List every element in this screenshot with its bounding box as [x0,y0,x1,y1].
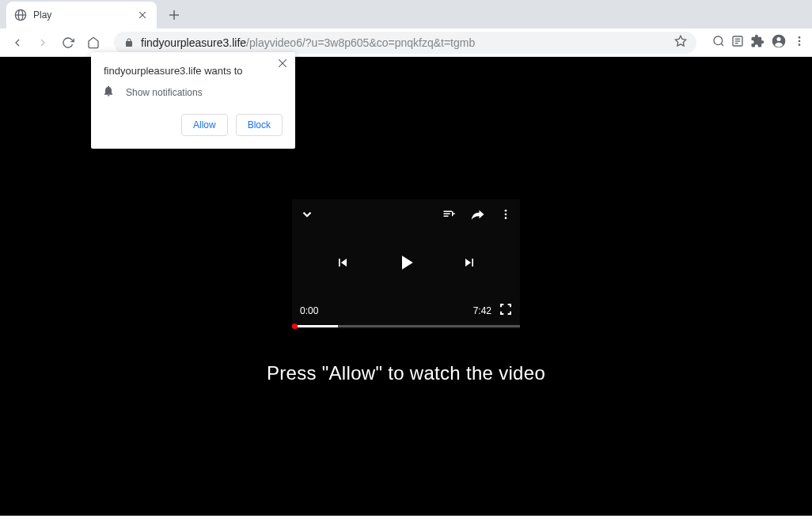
svg-point-19 [777,37,781,41]
play-icon[interactable] [394,251,418,278]
block-button[interactable]: Block [236,114,283,136]
player-bottom-bar: 0:00 7:42 [300,303,512,318]
svg-point-22 [799,44,801,46]
extensions-icon[interactable] [750,34,765,51]
svg-point-12 [714,36,723,45]
url-path: /playvideo6/?u=3w8p605&co=pnqkfzq&t=tgmb [246,36,475,49]
lock-icon [123,37,135,48]
svg-point-25 [505,217,507,219]
forward-button[interactable] [32,32,54,54]
player-top-bar [300,207,512,225]
allow-button[interactable]: Allow [181,114,228,136]
tab-title: Play [33,9,130,21]
toolbar-right [706,33,806,52]
bookmark-star-icon[interactable] [674,35,687,51]
profile-icon[interactable] [771,33,787,52]
tab-close-button[interactable] [136,9,149,21]
instruction-text: Press "Allow" to watch the video [267,362,545,384]
reload-button[interactable] [57,32,79,54]
browser-tab[interactable]: Play [6,2,157,28]
tab-strip: Play [0,0,812,28]
more-vertical-icon[interactable] [499,208,512,224]
new-tab-button[interactable] [163,4,185,26]
svg-point-24 [505,214,507,216]
progress-fill [292,325,338,327]
share-icon[interactable] [471,207,485,225]
permission-message: Show notifications [126,87,203,98]
progress-thumb[interactable] [292,323,298,329]
svg-point-20 [799,36,801,39]
back-button[interactable] [6,32,28,54]
address-bar[interactable]: findyourpleasure3.life/playvideo6/?u=3w8… [114,32,696,54]
bell-icon [102,85,115,100]
permission-title: findyourpleasure3.life wants to [104,65,283,77]
player-controls [292,251,520,278]
home-button[interactable] [82,32,104,54]
svg-point-23 [505,210,507,212]
previous-track-icon[interactable] [335,255,351,274]
duration: 7:42 [473,305,491,316]
permission-actions: Allow Block [104,114,283,136]
url-text: findyourpleasure3.life/playvideo6/?u=3w8… [141,36,475,49]
chevron-down-icon[interactable] [300,207,314,225]
reader-icon[interactable] [731,35,744,51]
menu-icon[interactable] [793,35,806,51]
svg-marker-11 [675,36,685,46]
current-time: 0:00 [300,305,318,316]
video-player: 0:00 7:42 [292,199,520,329]
popup-close-button[interactable] [276,57,289,70]
next-track-icon[interactable] [461,255,477,274]
permission-body: Show notifications [102,85,283,100]
permission-popup: findyourpleasure3.life wants to Show not… [91,52,295,149]
progress-bar[interactable] [292,325,520,327]
zoom-icon[interactable] [712,35,725,51]
fullscreen-icon[interactable] [499,303,512,318]
svg-point-21 [799,40,801,42]
globe-icon [14,9,27,21]
playlist-add-icon[interactable] [442,207,457,225]
url-domain: findyourpleasure3.life [141,36,246,49]
svg-line-13 [721,44,723,46]
